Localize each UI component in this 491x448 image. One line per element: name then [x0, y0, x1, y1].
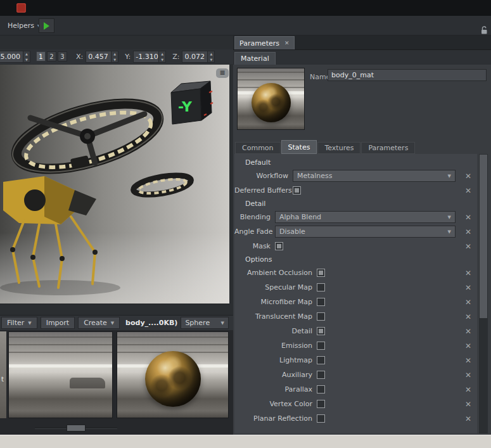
- nav-cube-face-label[interactable]: -Y: [178, 99, 193, 115]
- spinner-down-icon[interactable]: ▼: [208, 57, 214, 63]
- property-label: Auxiliary: [234, 371, 317, 379]
- property-row: Lightmap✕: [234, 353, 477, 368]
- remove-icon[interactable]: ✕: [461, 172, 476, 181]
- checkbox-parallax[interactable]: [317, 385, 325, 394]
- dropdown-value: Alpha Blend: [279, 213, 321, 221]
- remove-icon[interactable]: ✕: [461, 269, 476, 278]
- spinner-up-icon[interactable]: ▲: [112, 51, 118, 57]
- transform-toolbar: 5.000 ▲ ▼ 123 X:0.457▲▼Y:-1.310▲▼Z:0.072…: [0, 49, 233, 64]
- checkbox-planar-reflection[interactable]: [317, 414, 325, 423]
- truncated-asset-item[interactable]: t: [0, 331, 6, 418]
- close-icon[interactable]: ✕: [284, 40, 290, 46]
- remove-icon[interactable]: ✕: [461, 213, 476, 222]
- checkbox-microfiber-map[interactable]: [317, 298, 325, 306]
- spinner-down-icon[interactable]: ▼: [159, 57, 165, 63]
- viewport-3d[interactable]: -Y ≡: [0, 65, 229, 304]
- tab-textures[interactable]: Textures: [317, 142, 360, 154]
- import-button[interactable]: Import: [41, 317, 75, 329]
- material-sphere: [252, 83, 291, 122]
- material-preview[interactable]: [237, 68, 305, 130]
- snap-value-field[interactable]: 5.000 ▲ ▼: [0, 51, 30, 63]
- remove-icon[interactable]: ✕: [461, 186, 476, 195]
- remove-icon[interactable]: ✕: [461, 312, 476, 321]
- property-label: Emission: [234, 342, 317, 350]
- scrollbar[interactable]: [479, 154, 488, 433]
- remove-icon[interactable]: ✕: [461, 371, 476, 380]
- mode-button-1[interactable]: 1: [36, 51, 46, 61]
- property-label: Angle Fade: [234, 227, 275, 236]
- property-label: Lightmap: [234, 356, 317, 364]
- remove-icon[interactable]: ✕: [461, 400, 476, 409]
- spinner-up-icon[interactable]: ▲: [208, 51, 214, 57]
- property-control: [275, 242, 456, 250]
- material-preview-thumbnail[interactable]: [117, 331, 229, 418]
- tab-material[interactable]: Material: [234, 52, 276, 65]
- mode-button-3[interactable]: 3: [58, 51, 67, 61]
- create-button[interactable]: Create ▼: [78, 317, 120, 329]
- scrollbar-thumb[interactable]: [480, 155, 487, 318]
- property-control: [317, 371, 456, 379]
- filter-button[interactable]: Filter ▼: [1, 317, 37, 329]
- checkbox-detail[interactable]: [317, 327, 325, 335]
- checkbox-mask[interactable]: [275, 242, 283, 250]
- spinner-up-icon[interactable]: ▲: [159, 51, 165, 57]
- preview-shape-dropdown[interactable]: Sphere ▼: [181, 317, 229, 329]
- checkbox-translucent-map[interactable]: [317, 312, 325, 321]
- remove-icon[interactable]: ✕: [461, 385, 476, 394]
- tab-label: Parameters: [239, 39, 279, 48]
- tab-parameters[interactable]: Parameters ✕: [234, 36, 295, 49]
- tab-parameters[interactable]: Parameters: [361, 142, 415, 154]
- property-control: [317, 298, 456, 306]
- property-row: Auxiliary✕: [234, 368, 477, 382]
- property-row: Deferred Buffers✕: [234, 183, 477, 198]
- remove-icon[interactable]: ✕: [461, 414, 476, 423]
- checkbox-ambient-occlusion[interactable]: [317, 269, 325, 277]
- tab-states[interactable]: States: [281, 140, 317, 154]
- remove-icon[interactable]: ✕: [461, 298, 476, 307]
- axis-label-z: Z:: [172, 53, 179, 61]
- spinner[interactable]: ▲▼: [158, 51, 165, 62]
- axis-field-y[interactable]: -1.310▲▼: [133, 51, 166, 63]
- property-row: Specular Map✕: [234, 280, 477, 295]
- checkbox-specular-map[interactable]: [317, 283, 325, 291]
- dropdown-blending[interactable]: Alpha Blend▼: [275, 211, 456, 223]
- property-label: Specular Map: [234, 283, 317, 291]
- dropdown-workflow[interactable]: Metalness▼: [293, 170, 456, 182]
- slider-handle[interactable]: [67, 425, 86, 432]
- navigation-cube[interactable]: -Y: [167, 76, 214, 127]
- property-control: [317, 400, 456, 408]
- dropdown-angle-fade[interactable]: Disable▼: [275, 226, 456, 238]
- spinner-down-icon[interactable]: ▼: [23, 57, 30, 63]
- material-name-input[interactable]: [328, 69, 487, 81]
- spinner-up-icon[interactable]: ▲: [23, 51, 30, 57]
- axis-field-z[interactable]: 0.072▲▼: [182, 51, 215, 63]
- section-header: Options: [234, 253, 477, 266]
- spinner[interactable]: ▲▼: [111, 51, 118, 62]
- mode-button-2[interactable]: 2: [47, 51, 56, 61]
- remove-icon[interactable]: ✕: [461, 327, 476, 336]
- tab-common[interactable]: Common: [235, 142, 281, 154]
- checkbox-emission[interactable]: [317, 342, 325, 350]
- spinner[interactable]: ▲ ▼: [23, 51, 30, 62]
- property-row: Vertex Color✕: [234, 397, 477, 411]
- thumbnail-size-slider[interactable]: [35, 425, 117, 432]
- remove-icon[interactable]: ✕: [461, 283, 476, 292]
- remove-icon[interactable]: ✕: [461, 342, 476, 350]
- menu-icon: ≡: [219, 68, 225, 77]
- play-button[interactable]: [39, 18, 54, 33]
- axis-field-x[interactable]: 0.457▲▼: [86, 51, 118, 63]
- checkbox-deferred-buffers[interactable]: [293, 186, 301, 195]
- checkbox-lightmap[interactable]: [317, 356, 325, 364]
- environment-thumbnail[interactable]: [8, 331, 113, 418]
- remove-icon[interactable]: ✕: [461, 356, 476, 365]
- spinner-down-icon[interactable]: ▼: [112, 57, 118, 63]
- remove-icon[interactable]: ✕: [461, 227, 476, 236]
- viewport-menu-button[interactable]: ≡: [216, 68, 229, 78]
- checkbox-auxiliary[interactable]: [317, 371, 325, 379]
- lock-icon[interactable]: [480, 26, 488, 35]
- asset-toolbar: Filter ▼ Import Create ▼ body_....0KB) S…: [0, 315, 233, 330]
- checkbox-vertex-color[interactable]: [317, 400, 325, 408]
- remove-icon[interactable]: ✕: [461, 242, 476, 251]
- spinner[interactable]: ▲▼: [207, 51, 214, 62]
- app-icon[interactable]: [16, 3, 26, 13]
